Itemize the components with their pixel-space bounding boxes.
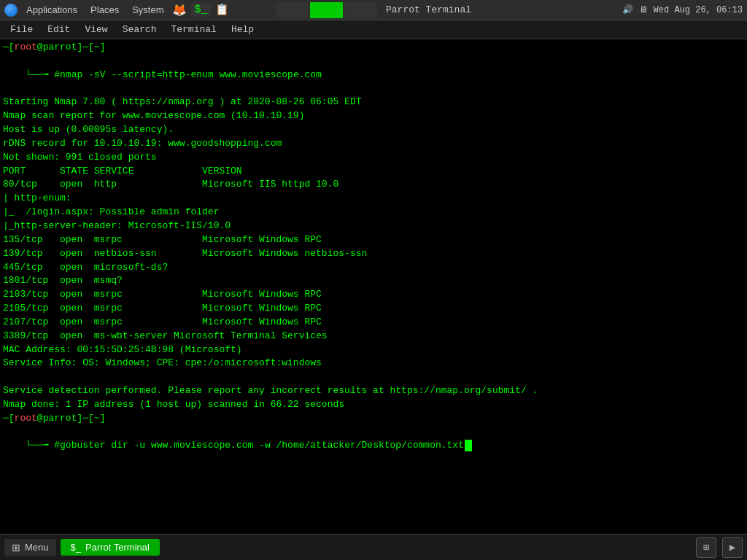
terminal-menu-bar: File Edit View Search Terminal Help (0, 20, 747, 39)
terminal-window[interactable]: ─[root@parrot]─[~] └──╼ #nmap -sV --scri… (0, 39, 747, 534)
menu-file[interactable]: File (3, 22, 40, 37)
output-httpenum: | http-enum: (3, 192, 744, 206)
window-title: Parrot Terminal (386, 4, 471, 15)
output-detection: Service detection performed. Please repo… (3, 384, 744, 398)
output-1801: 1801/tcp open msmq? (3, 274, 744, 288)
files-icon[interactable]: 📋 (215, 3, 229, 17)
output-2105: 2105/tcp open msrpc Microsoft Windows RP… (3, 302, 744, 316)
top-bar-left: Applications Places System 🦊 $_ 📋 (4, 3, 229, 18)
menu-terminal[interactable]: Terminal (163, 22, 223, 37)
prompt-hash-1: └──╼ (26, 69, 54, 80)
places-menu[interactable]: Places (86, 3, 123, 17)
display-icon: 🖥 (639, 4, 648, 15)
thumb-2[interactable] (310, 2, 343, 18)
terminal-line-1: ─[root@parrot]─[~] (3, 41, 744, 55)
output-starting: Starting Nmap 7.80 ( https://nmap.org ) … (3, 96, 744, 109)
terminal-cmd-2: └──╼ #gobuster dir -u www.moviescope.com… (3, 426, 744, 467)
output-mac: MAC Address: 00:15:5D:25:4B:98 (Microsof… (3, 343, 744, 357)
output-report: Nmap scan report for www.moviescope.com … (3, 109, 744, 123)
top-bar-right: 🔊 🖥 Wed Aug 26, 06:13 (622, 4, 743, 15)
output-svcinfo: Service Info: OS: Windows; CPE: cpe:/o:m… (3, 357, 744, 370)
taskbar-menu-label: Menu (25, 542, 49, 553)
window-thumbnails (276, 2, 377, 18)
top-system-bar: Applications Places System 🦊 $_ 📋 Parrot… (0, 0, 747, 20)
output-2103: 2103/tcp open msrpc Microsoft Windows RP… (3, 288, 744, 302)
taskbar-terminal-small-icon: ▶ (729, 541, 735, 553)
output-2107: 2107/tcp open msrpc Microsoft Windows RP… (3, 316, 744, 330)
firefox-icon[interactable]: 🦊 (172, 3, 187, 18)
cmd-nmap: #nmap -sV --script=http-enum www.moviesc… (54, 69, 322, 80)
menu-view[interactable]: View (77, 22, 115, 37)
datetime: Wed Aug 26, 06:13 (654, 5, 743, 15)
thumb-1[interactable] (276, 2, 309, 18)
prompt-2: ─[root@parrot]─[~] (3, 412, 105, 426)
cmd-gobuster: #gobuster dir -u www.moviescope.com -w /… (54, 440, 464, 451)
output-host: Host is up (0.00095s latency). (3, 123, 744, 137)
output-done: Nmap done: 1 IP address (1 host up) scan… (3, 398, 744, 412)
output-139: 139/tcp open netbios-ssn Microsoft Windo… (3, 247, 744, 261)
prompt-hash-2: └──╼ (26, 440, 54, 451)
output-header: PORT STATE SERVICE VERSION (3, 165, 744, 179)
output-login: |_ /login.aspx: Possible admin folder (3, 206, 744, 219)
output-135: 135/tcp open msrpc Microsoft Windows RPC (3, 233, 744, 247)
taskbar-right: ⊞ ▶ (696, 537, 743, 558)
prompt-1: ─[root@parrot]─[~] (3, 41, 105, 55)
volume-icon: 🔊 (622, 4, 633, 15)
taskbar-monitor-icon: ⊞ (703, 541, 709, 553)
top-bar-center: Parrot Terminal (276, 2, 471, 18)
system-menu[interactable]: System (128, 3, 168, 17)
taskbar-terminal-button[interactable]: $_ Parrot Terminal (61, 539, 160, 556)
taskbar-menu-button[interactable]: ⊞ Menu (4, 539, 56, 556)
taskbar-icon-2[interactable]: ▶ (722, 537, 743, 558)
terminal-cmd-1: └──╼ #nmap -sV --script=http-enum www.mo… (3, 55, 744, 96)
terminal-cursor (465, 440, 472, 451)
parrot-logo-icon (4, 4, 18, 17)
taskbar: ⊞ Menu $_ Parrot Terminal ⊞ ▶ (0, 534, 747, 560)
output-iisheader: |_http-server-header: Microsoft-IIS/10.0 (3, 219, 744, 233)
output-3389: 3389/tcp open ms-wbt-server Microsoft Te… (3, 330, 744, 343)
terminal-line-2: ─[root@parrot]─[~] (3, 412, 744, 426)
thumb-3[interactable] (344, 2, 377, 18)
output-445: 445/tcp open microsoft-ds? (3, 261, 744, 275)
menu-search[interactable]: Search (115, 22, 164, 37)
taskbar-terminal-label: Parrot Terminal (85, 542, 150, 553)
taskbar-terminal-icon: $_ (71, 542, 81, 553)
menu-edit[interactable]: Edit (40, 22, 77, 37)
output-notshown: Not shown: 991 closed ports (3, 151, 744, 165)
taskbar-icon-1[interactable]: ⊞ (696, 537, 716, 558)
terminal-icon[interactable]: $_ (191, 3, 210, 17)
output-blank (3, 370, 744, 384)
applications-menu[interactable]: Applications (22, 3, 82, 17)
output-80: 80/tcp open http Microsoft IIS httpd 10.… (3, 178, 744, 192)
menu-help[interactable]: Help (224, 22, 261, 37)
output-rdns: rDNS record for 10.10.10.19: www.goodsho… (3, 137, 744, 151)
menu-grid-icon: ⊞ (12, 542, 20, 553)
